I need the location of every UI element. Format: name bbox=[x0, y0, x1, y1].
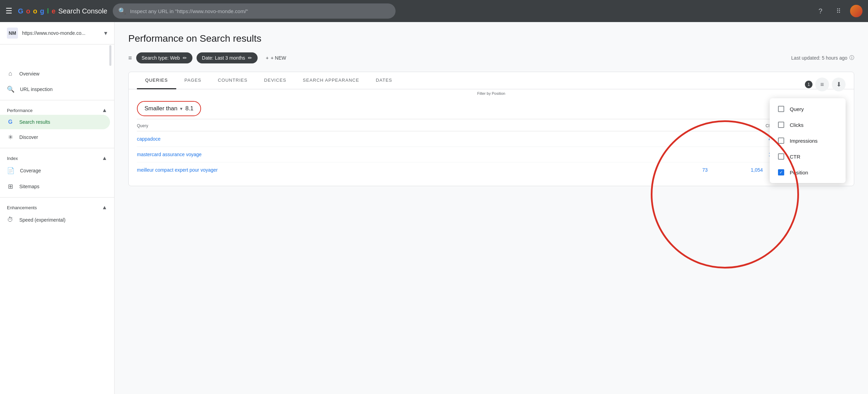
page-title: Performance on Search results bbox=[128, 33, 854, 44]
index-section-label: Index bbox=[7, 156, 18, 161]
search-type-chip[interactable]: Search type: Web ✏ bbox=[136, 52, 192, 63]
sidebar-item-search-results-label: Search results bbox=[19, 119, 50, 125]
column-header-query: Query bbox=[137, 123, 735, 128]
new-filter-icon: + bbox=[266, 55, 269, 61]
last-updated: Last updated: 5 hours ago ⓘ bbox=[791, 55, 854, 61]
date-edit-icon: ✏ bbox=[248, 55, 252, 61]
filter-columns-button[interactable]: ≡ bbox=[815, 78, 829, 91]
cell-query-2[interactable]: mastercard assurance voyage bbox=[137, 152, 735, 157]
cell-clicks-3: 73 bbox=[666, 167, 721, 173]
sidebar-item-sitemaps-label: Sitemaps bbox=[19, 184, 39, 189]
cell-query-1[interactable]: cappadoce bbox=[137, 136, 735, 142]
position-filter-pill[interactable]: Smaller than ▾ 8.1 bbox=[137, 101, 201, 116]
enhancements-section-label: Enhancements bbox=[7, 205, 37, 210]
filter-condition-label: Smaller than bbox=[144, 105, 177, 112]
dropdown-item-clicks-label: Clicks bbox=[790, 122, 804, 128]
dropdown-item-query-label: Query bbox=[790, 106, 804, 112]
app-logo: Google Search Console bbox=[18, 7, 107, 15]
menu-icon[interactable]: ☰ bbox=[6, 7, 12, 16]
property-selector[interactable]: NM https://www.novo-monde.co... ▾ bbox=[0, 22, 114, 44]
dropdown-item-clicks[interactable]: Clicks bbox=[770, 117, 846, 133]
enhancements-section-header[interactable]: Enhancements ▲ bbox=[0, 200, 114, 212]
discover-icon: ✳ bbox=[7, 133, 14, 141]
impressions-checkbox[interactable] bbox=[778, 138, 784, 144]
last-updated-help-icon[interactable]: ⓘ bbox=[849, 55, 854, 61]
sidebar-item-coverage-label: Coverage bbox=[20, 168, 41, 173]
performance-section-label: Performance bbox=[7, 108, 32, 113]
index-chevron-icon: ▲ bbox=[102, 155, 107, 161]
filter-icon[interactable]: ≡ bbox=[128, 54, 132, 62]
performance-chevron-icon: ▲ bbox=[102, 107, 107, 113]
nav-divider-1 bbox=[0, 100, 114, 100]
sidebar-item-discover-label: Discover bbox=[19, 134, 38, 140]
columns-dropdown: Query Clicks Impressions CTR bbox=[770, 98, 846, 183]
google-g-icon: G bbox=[7, 119, 14, 125]
enhancements-chevron-icon: ▲ bbox=[102, 204, 107, 211]
table-area: Filter by Position Smaller than ▾ 8.1 Qu… bbox=[129, 89, 854, 186]
sidebar-item-overview[interactable]: ⌂ Overview bbox=[0, 66, 110, 81]
last-updated-text: Last updated: 5 hours ago bbox=[791, 55, 847, 61]
sidebar-item-speed[interactable]: ⏱ Speed (experimental) bbox=[0, 212, 110, 228]
position-filter-row: Filter by Position Smaller than ▾ 8.1 bbox=[137, 89, 846, 119]
help-icon[interactable]: ? bbox=[814, 5, 827, 17]
main-content: Performance on Search results ≡ Search t… bbox=[114, 22, 868, 394]
tab-countries[interactable]: COUNTRIES bbox=[210, 72, 256, 89]
search-icon: 🔍 bbox=[118, 7, 126, 15]
index-section-header[interactable]: Index ▲ bbox=[0, 151, 114, 163]
tab-queries[interactable]: QUERIES bbox=[137, 72, 176, 89]
card-actions: 1 ≡ ⬇ Query Clicks Impressions bbox=[805, 78, 846, 91]
performance-section-header[interactable]: Performance ▲ bbox=[0, 103, 114, 115]
nav-divider-2 bbox=[0, 148, 114, 148]
filter-condition-arrow-icon: ▾ bbox=[180, 106, 182, 111]
sidebar: NM https://www.novo-monde.co... ▾ ⌂ Over… bbox=[0, 22, 114, 394]
sidebar-item-search-results[interactable]: G Search results bbox=[0, 115, 110, 129]
clicks-checkbox[interactable] bbox=[778, 122, 784, 128]
nav-divider-3 bbox=[0, 197, 114, 198]
search-type-label: Search type: Web bbox=[142, 55, 180, 61]
filter-value: 8.1 bbox=[185, 105, 193, 112]
dropdown-item-position-label: Position bbox=[790, 170, 808, 175]
property-url: https://www.novo-monde.co... bbox=[22, 30, 100, 36]
new-filter-label: + NEW bbox=[271, 55, 286, 61]
ctr-checkbox[interactable] bbox=[778, 153, 784, 160]
dropdown-item-ctr-label: CTR bbox=[790, 154, 800, 160]
sitemaps-icon: ⊞ bbox=[7, 183, 14, 190]
date-chip[interactable]: Date: Last 3 months ✏ bbox=[197, 52, 258, 63]
url-search-bar[interactable]: 🔍 Inspect any URL in "https://www.novo-m… bbox=[113, 3, 396, 19]
avatar[interactable] bbox=[850, 5, 862, 17]
dropdown-item-impressions[interactable]: Impressions bbox=[770, 133, 846, 149]
sidebar-item-sitemaps[interactable]: ⊞ Sitemaps bbox=[0, 179, 110, 194]
date-label: Date: Last 3 months bbox=[202, 55, 245, 61]
filter-bar: ≡ Search type: Web ✏ Date: Last 3 months… bbox=[128, 52, 854, 63]
tab-pages[interactable]: PAGES bbox=[176, 72, 210, 89]
topbar-right-actions: ? ⠿ bbox=[814, 5, 862, 17]
sidebar-item-url-inspection[interactable]: 🔍 URL inspection bbox=[0, 81, 110, 97]
tab-search-appearance[interactable]: SEARCH APPEARANCE bbox=[295, 72, 368, 89]
sidebar-item-discover[interactable]: ✳ Discover bbox=[0, 129, 110, 145]
sidebar-item-url-inspection-label: URL inspection bbox=[20, 87, 52, 92]
tab-devices[interactable]: DEVICES bbox=[256, 72, 295, 89]
table-row: cappadoce 422 69,961 bbox=[137, 131, 846, 147]
table-row: meilleur compact expert pour voyager 73 … bbox=[137, 162, 846, 178]
tab-bar: QUERIES PAGES COUNTRIES DEVICES SEARCH A… bbox=[129, 72, 854, 89]
sidebar-item-coverage[interactable]: 📄 Coverage bbox=[0, 163, 110, 179]
dropdown-item-query[interactable]: Query bbox=[770, 101, 846, 117]
apps-icon[interactable]: ⠿ bbox=[832, 5, 845, 17]
dropdown-item-position[interactable]: ✓ Position bbox=[770, 164, 846, 180]
layout: NM https://www.novo-monde.co... ▾ ⌂ Over… bbox=[0, 22, 868, 394]
sidebar-item-speed-label: Speed (experimental) bbox=[19, 217, 66, 223]
new-filter-button[interactable]: + + NEW bbox=[262, 52, 290, 63]
position-checkbox[interactable]: ✓ bbox=[778, 169, 784, 175]
download-button[interactable]: ⬇ bbox=[832, 78, 846, 91]
topbar: ☰ Google Search Console 🔍 Inspect any UR… bbox=[0, 0, 868, 22]
cell-impressions-3: 1,054 bbox=[721, 167, 777, 173]
dropdown-item-impressions-label: Impressions bbox=[790, 138, 818, 144]
table-row: mastercard assurance voyage 175 1,022 bbox=[137, 147, 846, 162]
sidebar-item-overview-label: Overview bbox=[19, 71, 39, 77]
dropdown-item-ctr[interactable]: CTR bbox=[770, 149, 846, 164]
cell-query-3[interactable]: meilleur compact expert pour voyager bbox=[137, 167, 666, 173]
query-checkbox[interactable] bbox=[778, 106, 784, 112]
tab-dates[interactable]: DATES bbox=[368, 72, 401, 89]
home-icon: ⌂ bbox=[7, 70, 14, 77]
property-chevron-icon: ▾ bbox=[104, 29, 107, 37]
